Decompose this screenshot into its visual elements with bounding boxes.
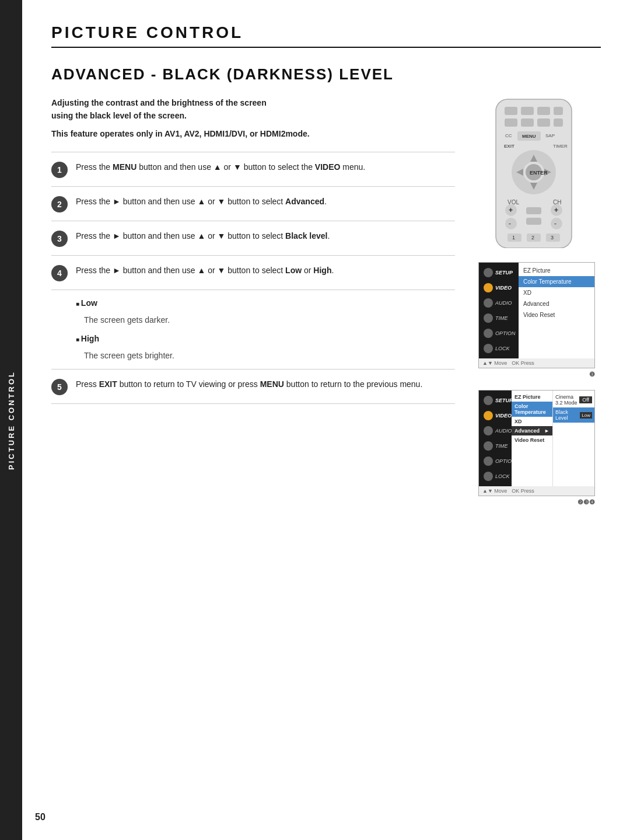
svg-text:1: 1 (512, 235, 515, 241)
menu1-advanced: Advanced (519, 298, 594, 309)
menu1-ez-picture: EZ Picture (519, 265, 594, 276)
svg-text:EXIT: EXIT (504, 144, 514, 149)
menu2-option: OPTION (479, 454, 512, 469)
menu2-lock: LOCK (479, 469, 512, 484)
menu1-video-reset: Video Reset (519, 309, 594, 320)
menu-mockup-1: SETUP VIDEO AUDIO (478, 262, 595, 378)
page-number: 50 (35, 812, 46, 822)
menu2-audio: AUDIO (479, 423, 512, 438)
svg-rect-1 (505, 107, 517, 115)
menu2-video: VIDEO (479, 408, 512, 423)
menu1-time: TIME (479, 311, 519, 326)
remote-control: CC MENU SAP EXIT TIMER (484, 96, 589, 250)
menu2-setup: SETUP (479, 393, 512, 408)
svg-rect-34 (526, 218, 541, 225)
step-4: 4 Press the ► button and then use ▲ or ▼… (51, 256, 455, 290)
intro-note: This feature operates only in AV1, AV2, … (51, 127, 455, 140)
menu1-xd: XD (519, 287, 594, 298)
svg-text:+: + (509, 206, 513, 214)
step-2-number: 2 (51, 196, 68, 212)
low-option: Low (76, 296, 455, 311)
svg-rect-2 (521, 107, 534, 115)
svg-rect-3 (537, 107, 550, 115)
menu-mockup-2: SETUP VIDEO AUDIO (478, 390, 595, 506)
low-desc: The screen gets darker. (76, 313, 455, 327)
svg-rect-5 (505, 118, 517, 127)
menu2-step-badge: ❷❸❹ (478, 499, 595, 506)
step-2: 2 Press the ► button and then use ▲ or ▼… (51, 187, 455, 221)
menu1-setup: SETUP (479, 265, 519, 280)
step-3: 3 Press the ► button and then use ▲ or ▼… (51, 221, 455, 256)
svg-text:CC: CC (505, 133, 512, 138)
svg-text:-: - (509, 219, 511, 228)
svg-rect-7 (537, 118, 550, 127)
intro-line1: Adjusting the contrast and the brightnes… (51, 96, 455, 123)
svg-text:TIMER: TIMER (553, 144, 568, 149)
step-4-number: 4 (51, 265, 68, 281)
menu2-color-temp: Color Temperature (512, 402, 552, 417)
right-column: CC MENU SAP EXIT TIMER (473, 96, 601, 506)
menu1-video: VIDEO (479, 280, 519, 295)
menu2-advanced: Advanced► (512, 426, 552, 435)
sidebar-label: PICTURE CONTROL (0, 0, 22, 840)
svg-point-27 (505, 218, 517, 229)
svg-rect-8 (554, 118, 563, 127)
svg-text:SAP: SAP (545, 133, 555, 138)
svg-text:MENU: MENU (522, 134, 536, 139)
page-title: PICTURE CONTROL (51, 23, 601, 48)
menu2-video-reset: Video Reset (512, 435, 552, 445)
svg-rect-33 (526, 207, 541, 214)
intro-text: Adjusting the contrast and the brightnes… (51, 96, 455, 140)
menu2-footer: ▲▼ Move OK Press (479, 486, 594, 496)
menu2-black-level: Black Level Low (553, 407, 594, 423)
step-2-text: Press the ► button and then use ▲ or ▼ b… (76, 195, 455, 208)
step-1: 1 Press the MENU button and then use ▲ o… (51, 152, 455, 187)
menu2-cinema-mode: Cinema 3.2 Mode Off (553, 392, 594, 407)
svg-rect-6 (521, 118, 534, 127)
high-desc: The screen gets brighter. (76, 348, 455, 363)
svg-text:VOL: VOL (508, 199, 519, 205)
menu2-ez-picture: EZ Picture (512, 392, 552, 402)
step-1-text: Press the MENU button and then use ▲ or … (76, 161, 455, 173)
section-title: ADVANCED - BLACK (DARKNESS) LEVEL (51, 65, 601, 83)
steps-list: 1 Press the MENU button and then use ▲ o… (51, 152, 455, 404)
step-3-text: Press the ► button and then use ▲ or ▼ b… (76, 229, 455, 242)
menu1-lock: LOCK (479, 341, 519, 356)
svg-text:2: 2 (531, 235, 534, 241)
step-5-text: Press EXIT button to return to TV viewin… (76, 378, 455, 391)
step-5: 5 Press EXIT button to return to TV view… (51, 370, 455, 404)
svg-text:-: - (554, 219, 556, 228)
svg-text:ENTER: ENTER (530, 170, 548, 176)
svg-text:3: 3 (551, 235, 554, 241)
svg-text:+: + (554, 206, 558, 214)
left-column: Adjusting the contrast and the brightnes… (51, 96, 455, 506)
menu2-time: TIME (479, 438, 512, 454)
menu2-xd: XD (512, 417, 552, 426)
menu1-footer: ▲▼ Move OK Press (479, 358, 594, 368)
menu1-audio: AUDIO (479, 295, 519, 311)
step-1-number: 1 (51, 162, 68, 178)
step-5-number: 5 (51, 379, 68, 395)
menu1-color-temp: Color Temperature (519, 276, 594, 287)
high-option: High (76, 332, 455, 346)
step-4-text: Press the ► button and then use ▲ or ▼ b… (76, 264, 455, 277)
svg-point-31 (551, 218, 562, 229)
sub-options: Low The screen gets darker. High The scr… (51, 290, 455, 370)
svg-rect-4 (554, 107, 563, 115)
step-3-number: 3 (51, 231, 68, 247)
menu1-option: OPTION (479, 326, 519, 341)
menu1-step-badge: ❶ (478, 371, 595, 378)
